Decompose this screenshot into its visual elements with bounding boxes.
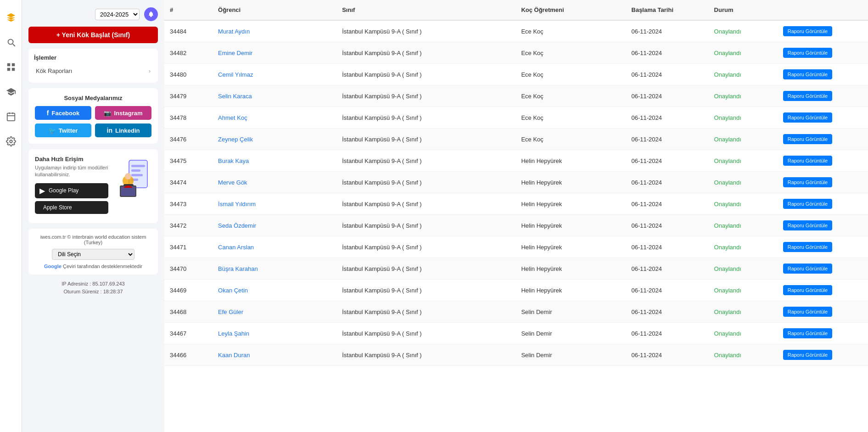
cell-date: 06-11-2024: [626, 236, 709, 258]
cell-status: Onaylandı: [709, 301, 778, 323]
social-section: Sosyal Medyalarımız f Facebook 📷 Instagr…: [28, 88, 158, 144]
student-link[interactable]: Murat Aydın: [218, 28, 250, 35]
cell-status: Onaylandı: [709, 323, 778, 344]
cell-action: Raporu Görüntüle: [778, 20, 868, 42]
cell-student: Efe Güler: [213, 301, 336, 323]
main-content: # Öğrenci Sınıf Koç Öğretmeni Başlama Ta…: [164, 0, 868, 432]
student-link[interactable]: Ahmet Koç: [218, 114, 247, 121]
view-report-button[interactable]: Raporu Görüntüle: [783, 199, 832, 209]
left-panel: 2024-2025 2023-2024 2025-2026 + Yeni Kök…: [22, 0, 164, 432]
view-report-button[interactable]: Raporu Görüntüle: [783, 69, 832, 79]
view-report-button[interactable]: Raporu Görüntüle: [783, 328, 832, 338]
cell-date: 06-11-2024: [626, 258, 709, 280]
cell-action: Raporu Görüntüle: [778, 344, 868, 366]
cell-id: 34482: [164, 42, 213, 64]
student-link[interactable]: Burak Kaya: [218, 157, 249, 164]
cell-status: Onaylandı: [709, 344, 778, 366]
search-icon-btn[interactable]: [3, 34, 19, 50]
apple-store-button[interactable]: Apple Store: [35, 201, 108, 214]
new-root-button[interactable]: + Yeni Kök Başlat (Sınıf): [28, 27, 158, 43]
cell-teacher: Ece Koç: [515, 64, 626, 85]
view-report-button[interactable]: Raporu Görüntüle: [783, 307, 832, 317]
student-link[interactable]: Zeynep Çelik: [218, 136, 253, 143]
table-row: 34475 Burak Kaya İstanbul Kampüsü 9-A ( …: [164, 150, 868, 172]
cell-action: Raporu Görüntüle: [778, 129, 868, 150]
col-header-date: Başlama Tarihi: [626, 0, 709, 20]
cell-status: Onaylandı: [709, 172, 778, 193]
student-link[interactable]: Efe Güler: [218, 309, 243, 315]
cell-teacher: Selin Demir: [515, 323, 626, 344]
student-link[interactable]: Merve Gök: [218, 179, 247, 186]
cell-action: Raporu Görüntüle: [778, 280, 868, 301]
grid-icon-btn[interactable]: [3, 59, 19, 75]
calendar-icon-btn[interactable]: [3, 108, 19, 125]
twitter-button[interactable]: 🐦 Twitter: [35, 123, 91, 137]
year-selector[interactable]: 2024-2025 2023-2024 2025-2026: [95, 9, 140, 20]
view-report-button[interactable]: Raporu Görüntüle: [783, 48, 832, 58]
instagram-button[interactable]: 📷 Instagram: [95, 106, 151, 120]
student-link[interactable]: İsmail Yıldırım: [218, 201, 256, 208]
cell-id: 34472: [164, 215, 213, 236]
cell-action: Raporu Görüntüle: [778, 64, 868, 85]
status-badge: Onaylandı: [714, 265, 741, 272]
col-header-action: [778, 0, 868, 20]
cell-id: 34475: [164, 150, 213, 172]
cell-student: Merve Gök: [213, 172, 336, 193]
student-link[interactable]: Canan Arslan: [218, 244, 254, 251]
view-report-button[interactable]: Raporu Görüntüle: [783, 91, 832, 101]
cell-student: Zeynep Çelik: [213, 129, 336, 150]
student-link[interactable]: Büşra Karahan: [218, 265, 258, 272]
students-table: # Öğrenci Sınıf Koç Öğretmeni Başlama Ta…: [164, 0, 868, 366]
student-link[interactable]: Cemil Yılmaz: [218, 71, 253, 78]
cell-teacher: Selin Demir: [515, 344, 626, 366]
cell-class: İstanbul Kampüsü 9-A ( Sınıf ): [336, 344, 515, 366]
google-play-button[interactable]: ▶ Google Play: [35, 183, 108, 198]
cell-teacher: Ece Koç: [515, 85, 626, 107]
facebook-button[interactable]: f Facebook: [35, 106, 91, 120]
student-link[interactable]: Seda Özdemir: [218, 222, 256, 229]
cell-date: 06-11-2024: [626, 301, 709, 323]
view-report-button[interactable]: Raporu Görüntüle: [783, 156, 832, 166]
student-link[interactable]: Kaan Duran: [218, 352, 250, 359]
linkedin-icon: in: [107, 127, 112, 134]
table-row: 34472 Seda Özdemir İstanbul Kampüsü 9-A …: [164, 215, 868, 236]
student-link[interactable]: Okan Çetin: [218, 287, 248, 294]
view-report-button[interactable]: Raporu Görüntüle: [783, 264, 832, 274]
view-report-button[interactable]: Raporu Görüntüle: [783, 112, 832, 123]
view-report-button[interactable]: Raporu Görüntüle: [783, 177, 832, 187]
view-report-button[interactable]: Raporu Görüntüle: [783, 350, 832, 360]
settings-icon-btn[interactable]: [3, 133, 19, 150]
svg-rect-2: [7, 68, 10, 71]
logo-icon-btn[interactable]: [3, 9, 19, 26]
cell-student: Büşra Karahan: [213, 258, 336, 280]
cell-date: 06-11-2024: [626, 193, 709, 215]
svg-rect-1: [11, 63, 14, 66]
student-link[interactable]: Leyla Şahin: [218, 330, 249, 337]
cell-teacher: Helin Hepyürek: [515, 193, 626, 215]
apple-store-label: Apple Store: [43, 204, 72, 211]
view-report-button[interactable]: Raporu Görüntüle: [783, 242, 832, 252]
ip-label: IP Adresiniz :: [62, 281, 91, 286]
language-selector[interactable]: Dili Seçin Türkçe English: [52, 249, 134, 260]
student-link[interactable]: Emine Demir: [218, 50, 252, 56]
cell-teacher: Helin Hepyürek: [515, 236, 626, 258]
ip-info: IP Adresiniz : 85.107.69.243 Oturum Süre…: [28, 280, 158, 296]
cell-id: 34473: [164, 193, 213, 215]
cell-student: Seda Özdemir: [213, 215, 336, 236]
notification-bell[interactable]: [144, 7, 158, 21]
col-header-class: Sınıf: [336, 0, 515, 20]
view-report-button[interactable]: Raporu Görüntüle: [783, 134, 832, 144]
session-row: Oturum Süreniz : 18:28:37: [28, 288, 158, 296]
graduation-icon-btn[interactable]: [3, 84, 19, 100]
student-link[interactable]: Selin Karaca: [218, 93, 252, 100]
copyright-text: iwes.com.tr © interbrain world education…: [34, 234, 152, 245]
linkedin-button[interactable]: in Linkedin: [95, 123, 151, 137]
col-header-id: #: [164, 0, 213, 20]
view-report-button[interactable]: Raporu Görüntüle: [783, 220, 832, 230]
cell-student: Selin Karaca: [213, 85, 336, 107]
kok-raporlari-item[interactable]: Kök Raporları ›: [34, 65, 152, 77]
view-report-button[interactable]: Raporu Görüntüle: [783, 26, 832, 36]
cell-date: 06-11-2024: [626, 172, 709, 193]
view-report-button[interactable]: Raporu Görüntüle: [783, 285, 832, 295]
table-row: 34467 Leyla Şahin İstanbul Kampüsü 9-A (…: [164, 323, 868, 344]
